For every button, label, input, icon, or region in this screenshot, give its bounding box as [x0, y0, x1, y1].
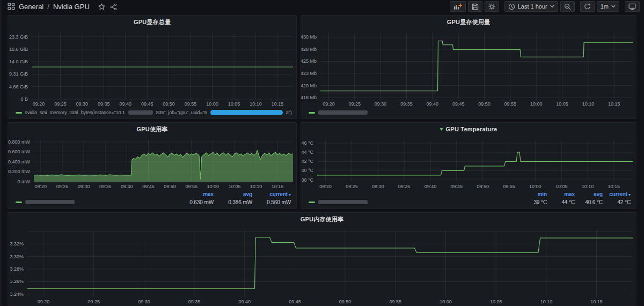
x-tick-label: 09:30 — [76, 101, 89, 107]
share-icon[interactable] — [110, 3, 117, 10]
x-tick-label: 10:15 — [608, 101, 620, 107]
clock-icon — [508, 3, 515, 10]
add-panel-button[interactable] — [450, 1, 466, 12]
y-tick-label: 0.400 mW — [8, 159, 31, 165]
chevron-down-icon — [550, 5, 554, 8]
panel-title[interactable]: GPU内存使用率 — [301, 215, 343, 223]
chart-canvas[interactable]: 09:2009:2509:3009:3509:4009:4509:5009:55… — [8, 226, 636, 305]
x-tick-label: 09:50 — [477, 184, 489, 189]
x-tick-label: 10:00 — [206, 101, 218, 107]
x-tick-label: 09:30 — [78, 184, 90, 189]
x-tick-label: 09:40 — [119, 101, 131, 107]
chart-canvas[interactable]: 09:2009:2509:3009:3509:4009:4509:5009:55… — [8, 28, 296, 108]
y-tick-label: 0 B — [20, 96, 28, 102]
breadcrumb-section[interactable]: General — [19, 3, 43, 11]
x-tick-label: 10:10 — [540, 299, 553, 304]
legend-stat-value: 0.560 mW — [252, 199, 291, 205]
x-tick-label: 10:05 — [229, 184, 241, 189]
x-tick-label: 09:20 — [38, 299, 50, 304]
legend-query-text: a") — [286, 110, 292, 115]
legend-query-text: 835", job="gpu", uuid="6 — [156, 110, 207, 115]
save-dashboard-button[interactable] — [468, 1, 482, 12]
series-line — [317, 152, 633, 175]
x-tick-label: 09:30 — [138, 299, 150, 304]
x-tick-label: 09:25 — [54, 101, 67, 107]
cycle-view-button[interactable] — [625, 1, 640, 12]
x-tick-label: 09:40 — [427, 101, 439, 107]
y-tick-label: 3.24% — [10, 292, 24, 297]
series-color-marker — [16, 112, 22, 114]
x-tick-label: 09:50 — [164, 184, 176, 189]
legend-sort-max[interactable]: max — [547, 191, 575, 197]
panel-header: GPU显存使用量 — [301, 16, 636, 28]
chart-canvas[interactable]: 09:2009:2509:3009:3509:4009:4509:5009:55… — [301, 28, 636, 108]
legend-series[interactable]: 39 °C44 °C40.6 °C42 °C — [301, 198, 636, 206]
legend-sort-max[interactable]: max — [175, 191, 214, 197]
redacted-series-name — [318, 110, 368, 115]
y-tick-label: 38 °C — [301, 177, 313, 183]
x-tick-label: 09:35 — [99, 184, 112, 189]
legend-series[interactable]: 0.630 mW0.386 mW0.560 mW — [8, 198, 296, 206]
panel-1: GPU显存总量 09:2009:2509:3009:3509:4009:4509… — [8, 15, 297, 119]
series-color-marker — [309, 201, 315, 203]
dashboard-settings-button[interactable] — [485, 1, 499, 12]
legend-stats-header: minmaxavgcurrent ▾ — [301, 190, 636, 198]
legend-series[interactable] — [301, 108, 636, 117]
x-tick-label: 09:55 — [185, 184, 197, 189]
panel-title[interactable]: GPU显存总量 — [134, 18, 171, 26]
y-tick-label: 425 Mb — [301, 58, 317, 64]
legend-sort-min[interactable]: min — [519, 191, 547, 197]
health-heart-icon: ♥ — [440, 126, 443, 132]
legend — [301, 108, 636, 117]
series-color-marker — [309, 112, 315, 114]
x-tick-label: 09:55 — [185, 101, 197, 107]
x-tick-label: 09:50 — [478, 101, 491, 107]
panel-header: ♥ GPU Temperature — [301, 123, 636, 136]
time-range-label: Last 1 hour — [518, 3, 547, 10]
x-tick-label: 09:35 — [400, 101, 413, 107]
y-tick-label: 428 Mb — [301, 47, 317, 52]
chart-canvas[interactable]: 09:2009:2509:3009:3509:4009:4509:5009:55… — [301, 136, 636, 190]
legend-sort-avg[interactable]: avg — [575, 191, 603, 197]
x-tick-label: 10:15 — [272, 184, 284, 189]
y-tick-label: 418 Mb — [301, 95, 317, 100]
refresh-interval-button[interactable]: 1m — [597, 1, 619, 12]
panel-title[interactable]: GPU使用率 — [136, 125, 167, 133]
chart-canvas[interactable]: 09:2009:2509:3009:3509:4009:4509:5009:55… — [8, 136, 296, 190]
y-tick-label: 420 Mb — [301, 83, 317, 88]
x-tick-label: 09:45 — [141, 101, 153, 107]
legend: maxavgcurrent ▾0.630 mW0.386 mW0.560 mW — [8, 190, 296, 206]
breadcrumb-separator: / — [47, 3, 49, 11]
legend-stat-value: 0.630 mW — [175, 199, 214, 205]
panel-title[interactable]: GPU显存使用量 — [447, 18, 490, 26]
time-range-button[interactable]: Last 1 hour — [504, 1, 558, 12]
legend-sort-current[interactable]: current ▾ — [603, 191, 631, 197]
redacted-uuid — [210, 110, 283, 115]
x-tick-label: 09:35 — [398, 184, 411, 189]
legend-sort-avg[interactable]: avg — [214, 191, 252, 197]
x-tick-label: 10:05 — [490, 299, 502, 304]
panel-header: GPU内存使用率 — [8, 213, 636, 226]
apps-icon[interactable] — [8, 3, 15, 10]
legend-sort-current[interactable]: current ▾ — [252, 191, 291, 197]
y-tick-label: 44 °C — [301, 150, 313, 155]
gear-icon — [488, 3, 495, 10]
x-tick-label: 09:55 — [503, 184, 515, 189]
zoom-out-button[interactable] — [560, 1, 575, 12]
y-tick-label: 0.800 mW — [8, 139, 31, 145]
series-color-marker — [16, 201, 22, 203]
x-tick-label: 10:05 — [555, 184, 568, 189]
x-tick-label: 10:15 — [590, 299, 603, 304]
x-tick-label: 09:20 — [319, 184, 332, 189]
legend-stat-value: 44 °C — [547, 199, 575, 205]
panel-title[interactable]: GPU Temperature — [446, 126, 497, 132]
x-tick-label: 09:45 — [142, 184, 155, 189]
y-tick-label: 0.200 mW — [8, 169, 31, 174]
legend-series[interactable]: nvidia_smi_memory_total_bytes(instance="… — [8, 108, 296, 117]
breadcrumb-page[interactable]: Nvidia GPU — [53, 3, 90, 11]
monitor-icon — [628, 3, 636, 10]
series-line — [27, 237, 633, 288]
star-icon[interactable] — [98, 3, 105, 10]
refresh-button[interactable] — [580, 1, 595, 12]
x-tick-label: 09:20 — [323, 101, 335, 107]
